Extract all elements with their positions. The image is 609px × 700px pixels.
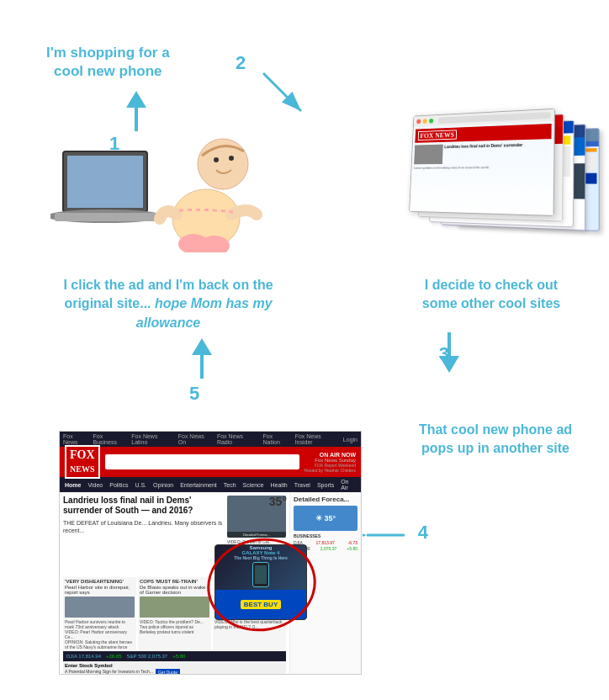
fox-col-1-title: 'VERY DISHEARTENING' bbox=[65, 579, 135, 584]
fox-menu-video: Video bbox=[87, 482, 103, 488]
stock-djia-change: +26.65 bbox=[106, 654, 122, 659]
browser-stack-visual: eBay NFL bbox=[433, 119, 590, 236]
svg-point-5 bbox=[214, 157, 219, 162]
temperature-display: 35° bbox=[269, 495, 287, 508]
fox-market-header: Enter Stock Symbol bbox=[65, 663, 284, 668]
fox-main-text: Landrieu loss final nail in Dems' surren… bbox=[63, 496, 224, 575]
fox-nav-radio: Fox News Radio bbox=[217, 433, 258, 445]
fox-nav-foxnews: Fox News bbox=[63, 433, 87, 445]
fox-search-bar bbox=[105, 454, 299, 469]
fox-ad-bestbuy: BEST BUY bbox=[215, 590, 306, 619]
fox-col-1-img bbox=[65, 597, 135, 618]
stock-sp500: S&P 500 2,075.37 bbox=[127, 654, 168, 659]
browser-stack-area: eBay NFL bbox=[386, 122, 588, 252]
get-quote-button[interactable]: Get Quote bbox=[156, 669, 180, 674]
svg-line-11 bbox=[263, 73, 301, 111]
fox-col-1-text: Pearl Harbor survivors reunite to mark 7… bbox=[65, 619, 135, 650]
fox-image-caption: Detailed Foreca... bbox=[227, 532, 286, 538]
fox-ad-text: Samsung GALAXY Note 4 The Next Big Thing… bbox=[234, 545, 288, 589]
fox-col-2-text: VIDEO: Tactics the problem? De... Two po… bbox=[140, 619, 209, 634]
fox-menu-home: Home bbox=[65, 482, 81, 488]
fox-headline: Landrieu loss final nail in Dems' surren… bbox=[63, 496, 224, 516]
fox-nav-latino: Fox News Latino bbox=[131, 433, 172, 445]
step4-number: 4 bbox=[418, 522, 428, 544]
browser-front: FOX NEWS Landrieu loss final nail in Dem… bbox=[409, 109, 555, 216]
step5-label: I click the ad and I'm back on theorigin… bbox=[34, 276, 303, 332]
fox-col-1-sub: Pearl Harbor site in disrepair, report s… bbox=[65, 585, 135, 595]
fox-bestbuy-text: BEST BUY bbox=[241, 600, 281, 609]
fox-sidebar-weather-title: Detailed Foreca... bbox=[294, 496, 357, 503]
fox-nav-business: Fox Business bbox=[93, 433, 126, 445]
stock-sp500-change: +5.80 bbox=[172, 654, 185, 659]
step3-number: 3 bbox=[439, 343, 449, 365]
arrow-up-step5 bbox=[192, 338, 212, 379]
arrow-shaft-5 bbox=[200, 355, 204, 379]
fox-menu-science: Science bbox=[243, 482, 264, 488]
fox-menu-politics: Politics bbox=[109, 482, 128, 488]
fox-logo: FOXNEWS bbox=[65, 445, 100, 479]
fox-nav-top: Fox News Fox Business Fox News Latino Fo… bbox=[60, 432, 361, 447]
step2-label: I decide to check out some other cool si… bbox=[407, 276, 575, 314]
fox-ad-phone-area: Samsung GALAXY Note 4 The Next Big Thing… bbox=[215, 545, 306, 590]
stock-djia: DJIA 17,814.94 bbox=[66, 654, 101, 659]
fox-menu-on-air: On Air bbox=[341, 479, 356, 491]
fox-on-air: ON AIR NOW Fox News Sunday FOX Report We… bbox=[304, 452, 356, 473]
step1-label: I'm shopping for a cool new phone bbox=[46, 44, 170, 81]
fox-menu-tech: Tech bbox=[224, 482, 236, 488]
fox-menu-opinion: Opinion bbox=[153, 482, 173, 488]
step5-number: 5 bbox=[189, 383, 199, 405]
fox-col-2-sub: De Blasio speaks out in wake of Garner d… bbox=[140, 585, 209, 595]
fox-sidebar-weather-img: ☀ 35° bbox=[294, 506, 357, 531]
fox-col-2-img bbox=[140, 597, 209, 618]
svg-rect-3 bbox=[55, 213, 156, 221]
baby-laptop-area bbox=[34, 109, 269, 252]
fox-nav-insider: Fox News Insider bbox=[295, 433, 338, 445]
arrow-step2-icon bbox=[259, 69, 310, 119]
arrow-left-step4 bbox=[363, 523, 409, 547]
fox-menu-health: Health bbox=[270, 482, 287, 488]
up-arrow-icon-5 bbox=[192, 338, 212, 355]
fox-subheadline: THE DEFEAT of Louisiana De... Landrieu. … bbox=[63, 519, 224, 534]
fox-bottom-content: Enter Stock Symbol A Potential Morning S… bbox=[63, 661, 286, 674]
left-arrow-icon bbox=[363, 523, 409, 547]
fox-phone-ad: Samsung GALAXY Note 4 The Next Big Thing… bbox=[214, 544, 307, 620]
main-scene: I'm shopping for a cool new phone 1 bbox=[0, 0, 609, 700]
fox-nav-nation: Fox Nation bbox=[263, 433, 290, 445]
step2-number: 2 bbox=[236, 52, 246, 74]
fox-news-frame: Fox News Fox Business Fox News Latino Fo… bbox=[59, 431, 362, 675]
step4-label: That cool new phone ad pops up in anothe… bbox=[407, 421, 584, 459]
fox-market-row: A Potential Morning Sign for Investors i… bbox=[65, 669, 284, 674]
stock-ticker: DJIA 17,814.94 +26.65 S&P 500 2,075.37 +… bbox=[63, 651, 286, 661]
svg-point-6 bbox=[229, 156, 234, 161]
up-arrow-icon bbox=[126, 91, 146, 108]
fox-menu-sports: Sports bbox=[317, 482, 334, 488]
fox-nav-on: Fox News On bbox=[178, 433, 212, 445]
fox-col-2-title: COPS 'MUST RE-TRAIN' bbox=[140, 579, 209, 584]
fox-menu: Home Video Politics U.S. Opinion Enterta… bbox=[60, 477, 361, 492]
fox-login: Login bbox=[343, 437, 357, 443]
fox-col-3-text: VIDEO: Who is the best quarterback playi… bbox=[214, 619, 284, 629]
fox-menu-entertainment: Entertainment bbox=[180, 482, 217, 488]
fox-menu-us: U.S. bbox=[135, 482, 146, 488]
fox-menu-travel: Travel bbox=[294, 482, 310, 488]
fox-header: FOXNEWS ON AIR NOW Fox News Sunday FOX R… bbox=[60, 447, 361, 477]
baby-icon bbox=[147, 135, 265, 252]
fox-content: Landrieu loss final nail in Dems' surren… bbox=[60, 492, 361, 674]
fox-col-2: COPS 'MUST RE-TRAIN' De Blasio speaks ou… bbox=[138, 577, 211, 651]
fox-col-1: 'VERY DISHEARTENING' Pearl Harbor site i… bbox=[63, 577, 136, 651]
svg-rect-1 bbox=[67, 156, 143, 208]
